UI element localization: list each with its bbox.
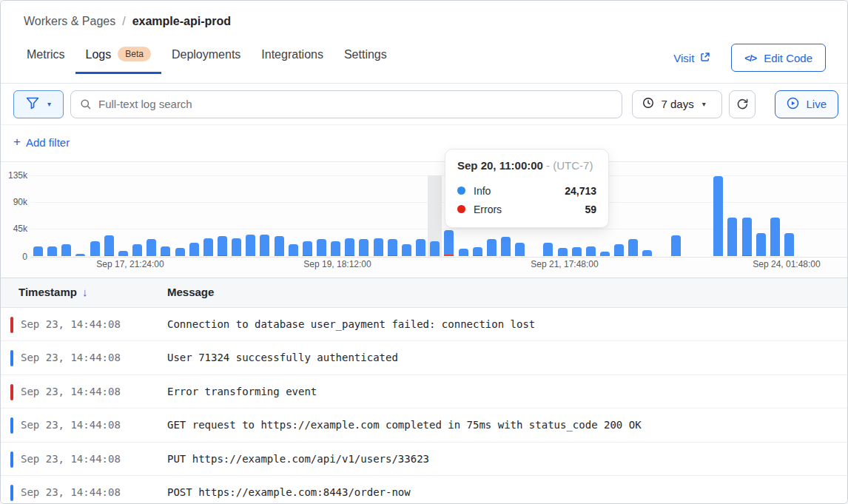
x-axis-line xyxy=(30,257,847,258)
tab-label: Metrics xyxy=(27,48,65,61)
log-row[interactable]: Sep 23, 14:44:08 Connection to database … xyxy=(1,308,847,341)
chart-bar[interactable] xyxy=(246,235,255,256)
tab-deployments[interactable]: Deployments xyxy=(161,44,251,74)
log-message: POST https://example.com:8443/order-now xyxy=(167,486,411,498)
log-table: Timestamp↓ Message Sep 23, 14:44:08 Conn… xyxy=(1,278,847,503)
chart-bar[interactable] xyxy=(359,239,369,256)
chart-bar[interactable] xyxy=(289,244,298,256)
add-filter-row: + Add filter xyxy=(1,125,847,162)
y-axis-tick: 90k xyxy=(1,197,27,207)
header-actions: Visit </> Edit Code xyxy=(673,44,826,72)
y-axis-tick: 135k xyxy=(1,170,27,181)
chart-bar[interactable] xyxy=(572,247,582,256)
chart-bar[interactable] xyxy=(118,251,128,256)
chart-bar-error-segment xyxy=(388,255,397,257)
search-input[interactable] xyxy=(70,90,622,118)
chart-bar[interactable] xyxy=(303,241,312,256)
tab-settings[interactable]: Settings xyxy=(334,44,397,74)
breadcrumb-workers-pages[interactable]: Workers & Pages xyxy=(24,15,115,28)
chart-bar[interactable] xyxy=(260,235,269,256)
chart-bar[interactable] xyxy=(33,246,43,256)
tab-integrations[interactable]: Integrations xyxy=(251,44,334,74)
visit-link[interactable]: Visit xyxy=(673,52,710,64)
tooltip-row-errors: Errors 59 xyxy=(457,200,596,218)
info-dot-icon xyxy=(457,187,465,195)
chart-bar[interactable] xyxy=(345,238,354,256)
chart-bar[interactable] xyxy=(600,252,610,256)
log-message: Error transforming event xyxy=(167,386,317,397)
log-row[interactable]: Sep 23, 14:44:08 GET request to https://… xyxy=(1,409,847,442)
tooltip-errors-value: 59 xyxy=(585,204,596,215)
log-level-indicator xyxy=(10,485,13,501)
chart-bar[interactable] xyxy=(487,239,497,256)
chart-bar[interactable] xyxy=(232,238,241,256)
chart-bar[interactable] xyxy=(61,244,71,256)
log-message: GET request to https://example.com compl… xyxy=(167,419,642,431)
chart-bar[interactable] xyxy=(275,236,284,256)
tab-label: Settings xyxy=(344,48,387,61)
column-header-timestamp[interactable]: Timestamp↓ xyxy=(18,286,87,298)
log-row[interactable]: Sep 23, 14:44:08 PUT https://example.com… xyxy=(1,443,847,476)
chart-bar[interactable] xyxy=(586,246,596,256)
chart-bar[interactable] xyxy=(444,230,454,256)
chart-bar[interactable] xyxy=(543,243,553,256)
chart-bar[interactable] xyxy=(614,244,624,256)
tab-metrics[interactable]: Metrics xyxy=(16,44,75,74)
chart-bar[interactable] xyxy=(374,238,383,256)
chart-bar[interactable] xyxy=(671,235,681,257)
filter-dropdown-button[interactable]: ▾ xyxy=(13,90,64,118)
live-button[interactable]: Live xyxy=(775,90,838,118)
log-row[interactable]: Sep 23, 14:44:08 Error transforming even… xyxy=(1,375,847,409)
chart-bar[interactable] xyxy=(756,233,766,256)
chart-bar[interactable] xyxy=(161,246,170,256)
chart-bar[interactable] xyxy=(203,238,213,256)
chart-bar[interactable] xyxy=(642,250,652,256)
log-row[interactable]: Sep 23, 14:44:08 POST https://example.co… xyxy=(1,476,847,503)
chart-bar[interactable] xyxy=(770,218,780,256)
chart-bar[interactable] xyxy=(75,254,85,256)
beta-badge: Beta xyxy=(118,47,151,61)
tab-logs[interactable]: LogsBeta xyxy=(75,44,161,74)
edit-code-button[interactable]: </> Edit Code xyxy=(731,44,826,72)
chart-bar[interactable] xyxy=(416,239,425,256)
chart-bar[interactable] xyxy=(515,243,525,256)
chart-bar[interactable] xyxy=(501,237,511,256)
refresh-icon xyxy=(736,98,749,110)
chart-bar[interactable] xyxy=(727,218,737,256)
tab-label: Logs xyxy=(86,48,112,61)
log-row[interactable]: Sep 23, 14:44:08 User 71324 successfully… xyxy=(1,341,847,374)
chart-bar[interactable] xyxy=(90,241,100,256)
x-axis-tick: Sep 17, 21:24:00 xyxy=(96,259,164,269)
chart-bar[interactable] xyxy=(132,244,142,256)
refresh-button[interactable] xyxy=(729,90,756,118)
chart-bar[interactable] xyxy=(784,233,794,256)
chart-bar[interactable] xyxy=(147,239,156,256)
log-message: User 71324 successfully authenticated xyxy=(167,352,398,363)
chart-bar[interactable] xyxy=(317,239,326,256)
chart-bar-error-segment xyxy=(161,255,170,257)
chart-bar[interactable] xyxy=(473,247,482,256)
search-wrap xyxy=(70,90,622,118)
chart-bar-error-segment xyxy=(473,255,482,257)
chart-bar[interactable] xyxy=(628,239,638,256)
chart-bar[interactable] xyxy=(713,176,723,256)
chart-bar-error-segment xyxy=(742,255,752,257)
chart-bar[interactable] xyxy=(402,244,411,256)
chart-bar[interactable] xyxy=(189,243,199,256)
chart-bar[interactable] xyxy=(430,241,440,256)
time-range-dropdown[interactable]: 7 days ▾ xyxy=(632,90,722,118)
external-link-icon xyxy=(700,52,710,64)
chart-bar[interactable] xyxy=(742,218,752,256)
log-level-indicator xyxy=(10,317,13,333)
chart-bar[interactable] xyxy=(47,246,57,256)
chart-bar[interactable] xyxy=(175,248,185,256)
breadcrumb-current-project: example-api-prod xyxy=(132,15,231,28)
chart-bar[interactable] xyxy=(104,235,114,257)
clock-icon xyxy=(642,97,654,111)
chart-bar[interactable] xyxy=(388,239,397,256)
chart-bar[interactable] xyxy=(459,249,468,256)
chart-bar[interactable] xyxy=(218,236,227,256)
add-filter-button[interactable]: + Add filter xyxy=(13,135,70,149)
chart-bar[interactable] xyxy=(558,248,568,256)
chart-bar[interactable] xyxy=(331,241,340,256)
